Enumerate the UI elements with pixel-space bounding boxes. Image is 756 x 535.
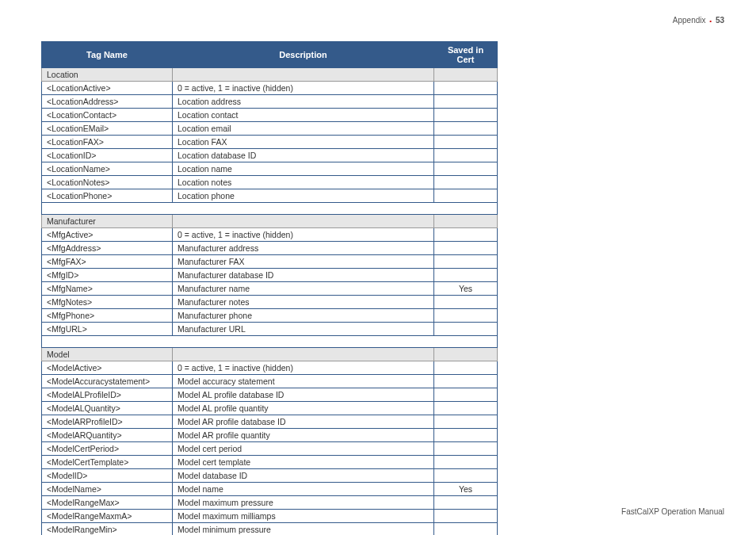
section-empty — [173, 348, 434, 361]
cell-tag: <MfgName> — [42, 282, 173, 296]
col-description: Description — [173, 42, 434, 68]
cell-saved — [434, 122, 498, 136]
cell-tag: <ModelRangeMax> — [42, 496, 173, 510]
cell-tag: <ModelRangeMaxmA> — [42, 510, 173, 523]
table-row: <MfgURL>Manufacturer URL — [42, 323, 498, 336]
cell-tag: <ModelRangeMin> — [42, 523, 173, 536]
section-title: Location — [42, 68, 173, 82]
cell-description: 0 = active, 1 = inactive (hidden) — [173, 82, 434, 95]
table-row: <ModelCertPeriod>Model cert period — [42, 442, 498, 456]
cell-description: Manufacturer URL — [173, 323, 434, 336]
cell-saved — [434, 176, 498, 189]
table-row: <LocationID>Location database ID — [42, 149, 498, 162]
cell-description: Location FAX — [173, 136, 434, 149]
section-empty — [173, 68, 434, 82]
cell-saved — [434, 189, 498, 203]
cell-saved — [434, 456, 498, 469]
cell-description: Location address — [173, 95, 434, 109]
table-row: <LocationNotes>Location notes — [42, 176, 498, 189]
cell-saved — [434, 429, 498, 442]
cell-tag: <LocationEMail> — [42, 122, 173, 136]
footer-text: FastCalXP Operation Manual — [621, 507, 724, 516]
table-row: <LocationPhone>Location phone — [42, 189, 498, 203]
cell-tag: <ModelAccuracystatement> — [42, 375, 173, 388]
cell-saved — [434, 149, 498, 162]
cell-tag: <MfgActive> — [42, 228, 173, 242]
table-row: <LocationActive>0 = active, 1 = inactive… — [42, 82, 498, 95]
cell-tag: <LocationPhone> — [42, 189, 173, 203]
section-empty — [434, 215, 498, 228]
main-content: Tag Name Description Saved in Cert Locat… — [41, 41, 497, 535]
section-header-row: Model — [42, 348, 498, 361]
cell-tag: <MfgID> — [42, 269, 173, 282]
cell-description: Manufacturer address — [173, 242, 434, 255]
cell-description: Model AR profile database ID — [173, 415, 434, 429]
table-row: <MfgFAX>Manufacturer FAX — [42, 255, 498, 269]
cell-tag: <LocationName> — [42, 162, 173, 176]
cell-saved — [434, 323, 498, 336]
section-spacer — [42, 336, 498, 348]
section-empty — [434, 68, 498, 82]
cell-saved — [434, 309, 498, 323]
cell-saved — [434, 375, 498, 388]
cell-description: Model AR profile quantity — [173, 429, 434, 442]
cell-tag: <ModelALProfileID> — [42, 388, 173, 402]
cell-tag: <ModelALQuantity> — [42, 402, 173, 415]
table-row: <ModelARQuantity>Model AR profile quanti… — [42, 429, 498, 442]
table-row: <MfgName>Manufacturer nameYes — [42, 282, 498, 296]
cell-saved — [434, 136, 498, 149]
section-empty — [173, 215, 434, 228]
cell-description: Model maximum pressure — [173, 496, 434, 510]
cell-description: 0 = active, 1 = inactive (hidden) — [173, 361, 434, 375]
col-tag-name: Tag Name — [42, 42, 173, 68]
cell-description: Location database ID — [173, 149, 434, 162]
cell-tag: <MfgNotes> — [42, 296, 173, 309]
cell-tag: <ModelActive> — [42, 361, 173, 375]
cell-tag: <MfgPhone> — [42, 309, 173, 323]
table-row: <ModelActive>0 = active, 1 = inactive (h… — [42, 361, 498, 375]
cell-tag: <ModelCertPeriod> — [42, 442, 173, 456]
table-row: <ModelCertTemplate>Model cert template — [42, 456, 498, 469]
table-row: <ModelAccuracystatement>Model accuracy s… — [42, 375, 498, 388]
cell-description: Manufacturer name — [173, 282, 434, 296]
cell-saved — [434, 442, 498, 456]
cell-description: Manufacturer notes — [173, 296, 434, 309]
cell-saved — [434, 469, 498, 483]
table-row: <LocationContact>Location contact — [42, 109, 498, 122]
cell-tag: <LocationContact> — [42, 109, 173, 122]
cell-description: Manufacturer FAX — [173, 255, 434, 269]
cell-description: Model minimum pressure — [173, 523, 434, 536]
cell-tag: <MfgAddress> — [42, 242, 173, 255]
section-spacer — [42, 203, 498, 215]
cell-description: Model database ID — [173, 469, 434, 483]
section-title: Model — [42, 348, 173, 361]
cell-saved — [434, 415, 498, 429]
section-label: Appendix — [673, 16, 706, 25]
table-row: <ModelRangeMaxmA>Model maximum milliamps — [42, 510, 498, 523]
cell-saved — [434, 361, 498, 375]
cell-tag: <MfgFAX> — [42, 255, 173, 269]
table-row: <ModelALProfileID>Model AL profile datab… — [42, 388, 498, 402]
cell-saved — [434, 242, 498, 255]
cell-saved — [434, 82, 498, 95]
cell-saved — [434, 109, 498, 122]
cell-tag: <ModelARProfileID> — [42, 415, 173, 429]
cell-tag: <MfgURL> — [42, 323, 173, 336]
cell-description: Location email — [173, 122, 434, 136]
table-row: <ModelRangeMax>Model maximum pressure — [42, 496, 498, 510]
table-row: <ModelID>Model database ID — [42, 469, 498, 483]
cell-saved: Yes — [434, 483, 498, 496]
table-row: <MfgPhone>Manufacturer phone — [42, 309, 498, 323]
table-row: <MfgActive>0 = active, 1 = inactive (hid… — [42, 228, 498, 242]
table-row: <LocationName>Location name — [42, 162, 498, 176]
cell-saved — [434, 296, 498, 309]
cell-description: Model maximum milliamps — [173, 510, 434, 523]
section-header-row: Manufacturer — [42, 215, 498, 228]
cell-tag: <LocationNotes> — [42, 176, 173, 189]
table-row: <ModelARProfileID>Model AR profile datab… — [42, 415, 498, 429]
cell-saved — [434, 162, 498, 176]
cell-saved — [434, 269, 498, 282]
section-title: Manufacturer — [42, 215, 173, 228]
cell-description: Model accuracy statement — [173, 375, 434, 388]
cell-tag: <LocationAddress> — [42, 95, 173, 109]
